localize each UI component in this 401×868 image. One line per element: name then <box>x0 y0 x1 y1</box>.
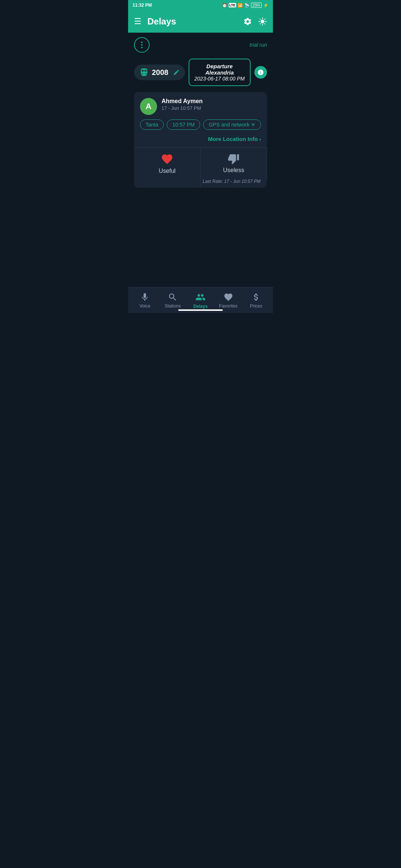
heart-icon <box>161 153 173 165</box>
app-bar: ☰ Delays <box>128 10 273 33</box>
nav-delays-label: Delays <box>193 304 208 309</box>
top-controls-row: trial run <box>134 37 267 53</box>
edit-icon[interactable] <box>173 69 180 76</box>
useless-button[interactable]: Useless <box>201 148 267 179</box>
nav-favorites-label: Favorites <box>219 303 237 309</box>
battery-icon: 29% <box>251 3 262 8</box>
brightness-icon[interactable] <box>258 17 267 26</box>
train-badge[interactable]: 2008 <box>134 65 185 80</box>
nav-voice-label: Voice <box>140 303 150 309</box>
wifi-icon: 📡 <box>244 3 250 8</box>
report-user-info: Ahmed Aymen 17 - Jun 10:57 PM <box>162 98 261 111</box>
gps-tag[interactable]: GPS and network ✳ <box>203 119 261 130</box>
charging-icon: ⚡ <box>263 3 268 8</box>
train-info-row: 2008 Departure Alexandria 2023-06-17 08:… <box>134 59 267 86</box>
lte-badge: LTE <box>229 3 236 7</box>
report-timestamp: 17 - Jun 10:57 PM <box>162 105 261 111</box>
app-bar-actions <box>243 17 267 26</box>
more-location-link[interactable]: More Location Info › <box>208 136 261 142</box>
rating-row: Useful Useless Last Rate: 17 - Jun 10:57… <box>134 147 267 188</box>
train-number: 2008 <box>152 68 169 77</box>
location-tag[interactable]: Tanta <box>140 119 164 130</box>
nav-prices[interactable]: Prices <box>242 289 270 312</box>
settings-icon[interactable] <box>243 17 252 26</box>
departure-datetime: 2023-06-17 08:00 PM <box>194 76 246 82</box>
useful-label: Useful <box>159 168 176 174</box>
info-button[interactable] <box>254 66 267 79</box>
avatar: A <box>140 98 157 115</box>
report-username: Ahmed Aymen <box>162 98 261 105</box>
trial-run-label: trial run <box>250 42 267 48</box>
nav-voice[interactable]: Voice <box>131 289 159 312</box>
microphone-icon <box>140 292 150 302</box>
departure-box[interactable]: Departure Alexandria 2023-06-17 08:00 PM <box>189 59 251 86</box>
useless-label: Useless <box>223 167 244 174</box>
useless-section: Useless Last Rate: 17 - Jun 10:57 PM <box>201 148 267 188</box>
status-bar: 11:32 PM ⏰ LTE 📶 📡 29% ⚡ <box>128 0 273 10</box>
status-icons: ⏰ LTE 📶 📡 29% ⚡ <box>222 3 269 8</box>
more-options-button[interactable] <box>134 37 150 53</box>
info-icon <box>257 69 264 76</box>
home-indicator <box>178 309 223 311</box>
report-tags: Tanta 10:57 PM GPS and network ✳ <box>134 115 267 134</box>
search-icon <box>168 292 177 302</box>
page-title: Delays <box>147 16 237 27</box>
nav-delays[interactable]: Delays <box>187 289 215 312</box>
status-time: 11:32 PM <box>133 3 152 8</box>
signal-icon: 📶 <box>238 3 243 8</box>
menu-icon[interactable]: ☰ <box>134 17 141 26</box>
prices-icon <box>251 292 261 302</box>
alarm-icon: ⏰ <box>222 3 227 8</box>
people-icon <box>195 292 206 302</box>
time-tag[interactable]: 10:57 PM <box>167 119 200 130</box>
nav-favorites[interactable]: Favorites <box>214 289 242 312</box>
report-card: A Ahmed Aymen 17 - Jun 10:57 PM Tanta 10… <box>134 92 267 188</box>
train-icon <box>139 68 149 77</box>
report-header: A Ahmed Aymen 17 - Jun 10:57 PM <box>134 92 267 115</box>
three-dots-icon <box>141 42 143 48</box>
departure-city: Departure Alexandria <box>194 63 246 76</box>
more-location-row: More Location Info › <box>134 134 267 147</box>
chevron-right-icon: › <box>259 136 261 142</box>
nav-prices-label: Prices <box>250 303 262 309</box>
useful-button[interactable]: Useful <box>134 148 201 188</box>
favorites-heart-icon <box>224 292 233 302</box>
last-rate-text: Last Rate: 17 - Jun 10:57 PM <box>203 179 265 188</box>
main-content: trial run 2008 Departure Alexandria 2023… <box>128 33 273 287</box>
nav-stations[interactable]: Stations <box>159 289 187 312</box>
thumbsdown-icon <box>228 153 239 165</box>
nav-stations-label: Stations <box>165 303 181 309</box>
